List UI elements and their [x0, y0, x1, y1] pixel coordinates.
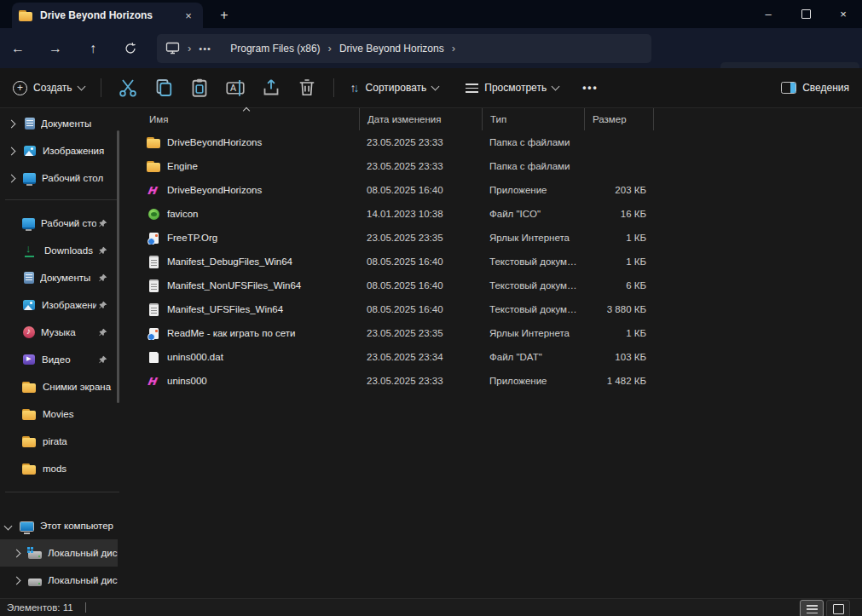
status-divider: [85, 602, 86, 613]
sidebar-item[interactable]: Локальный диск: [0, 539, 118, 567]
new-tab-button[interactable]: +: [215, 6, 234, 25]
file-row[interactable]: unins000.dat 23.05.2025 23:34 Файл "DAT"…: [128, 345, 862, 369]
column-header-size[interactable]: Размер: [584, 108, 654, 130]
chevron-icon: [8, 147, 16, 155]
tab-strip: Drive Beyond Horizons × + – ×: [0, 0, 862, 28]
chevron-icon: [4, 521, 13, 530]
more-options-button[interactable]: •••: [575, 74, 606, 101]
file-type: Файл "DAT": [482, 352, 584, 362]
sidebar-divider: [5, 199, 119, 200]
file-row[interactable]: Manifest_UFSFiles_Win64 08.05.2025 16:40…: [128, 297, 862, 321]
sort-button-label: Сортировать: [366, 82, 427, 94]
file-name: Manifest_NonUFSFiles_Win64: [167, 280, 301, 291]
this-pc-icon[interactable]: [165, 42, 180, 55]
sidebar-item-icon: [23, 173, 36, 184]
maximize-button[interactable]: [787, 0, 824, 27]
sidebar-item[interactable]: Изображения: [0, 291, 118, 319]
file-type: Ярлык Интернета: [482, 233, 584, 243]
file-name: FreeTP.Org: [167, 233, 217, 243]
breadcrumb-overflow-button[interactable]: •••: [199, 43, 211, 54]
file-row[interactable]: Manifest_NonUFSFiles_Win64 08.05.2025 16…: [128, 273, 862, 297]
back-button[interactable]: ←: [3, 36, 32, 61]
paste-button[interactable]: [182, 74, 217, 101]
details-view-button[interactable]: [800, 600, 824, 616]
column-header-type[interactable]: Тип: [482, 108, 584, 130]
refresh-button[interactable]: [116, 36, 145, 61]
view-button[interactable]: Просмотреть: [458, 74, 566, 101]
file-row[interactable]: Engine 23.05.2025 23:33 Папка с файлами: [128, 154, 862, 178]
details-pane-button[interactable]: Сведения: [773, 74, 857, 101]
share-button[interactable]: [253, 74, 289, 101]
tab-drive-beyond-horizons[interactable]: Drive Beyond Horizons ×: [12, 3, 203, 28]
sidebar-item[interactable]: Movies: [0, 400, 118, 428]
sidebar-item-icon: [28, 579, 42, 586]
sidebar-item[interactable]: Рабочий стол: [0, 210, 118, 237]
sidebar-item-label: mods: [43, 463, 118, 474]
file-row[interactable]: unins000 23.05.2025 23:33 Приложение 1 4…: [128, 369, 862, 393]
breadcrumb-item-drive-beyond-horizons[interactable]: Drive Beyond Horizons: [339, 43, 444, 55]
chevron-icon: [13, 576, 21, 584]
file-date: 23.05.2025 23:33: [359, 137, 482, 147]
file-type: Текстовый докум…: [482, 304, 584, 314]
new-button[interactable]: + Создать: [5, 74, 92, 101]
file-name: favicon: [167, 209, 198, 219]
sidebar-item[interactable]: Документы: [0, 264, 118, 291]
details-view-icon: [807, 605, 818, 613]
file-row[interactable]: DriveBeyondHorizons 08.05.2025 16:40 При…: [128, 178, 862, 202]
forward-button[interactable]: →: [41, 36, 70, 61]
tab-close-icon[interactable]: ×: [181, 8, 196, 23]
sidebar-item-label: Этот компьютер: [40, 521, 118, 531]
details-pane-label: Сведения: [802, 82, 849, 94]
sidebar-item[interactable]: Изображения: [0, 137, 118, 164]
delete-button[interactable]: [289, 74, 325, 101]
sidebar-item-icon: [24, 245, 38, 257]
sidebar-item[interactable]: Видео: [0, 346, 118, 373]
sidebar-item[interactable]: mods: [0, 455, 118, 482]
column-header-name[interactable]: Имя: [128, 108, 359, 130]
file-row[interactable]: ReadMe - как играть по сети 23.05.2025 2…: [128, 321, 862, 345]
file-row[interactable]: Manifest_DebugFiles_Win64 08.05.2025 16:…: [128, 250, 862, 273]
copy-button[interactable]: [146, 74, 182, 101]
sidebar-item[interactable]: Документы: [0, 110, 118, 137]
view-toggle-group: [800, 600, 850, 616]
sidebar-item[interactable]: Снимки экрана: [0, 373, 118, 400]
sidebar-item-icon: [24, 146, 36, 156]
sidebar-item-icon: [24, 272, 34, 284]
minimize-button[interactable]: –: [749, 0, 787, 27]
file-row[interactable]: FreeTP.Org 23.05.2025 23:35 Ярлык Интерн…: [128, 226, 862, 250]
file-type: Файл "ICO": [482, 209, 584, 219]
sidebar-scrollbar[interactable]: [117, 130, 119, 403]
file-list: Имя Дата изменения Тип Размер DriveBeyon…: [128, 108, 862, 598]
file-icon: [148, 209, 159, 220]
close-button[interactable]: ×: [824, 0, 862, 27]
file-name: DriveBeyondHorizons: [167, 137, 262, 147]
file-icon: [149, 328, 159, 339]
maximize-icon: [801, 9, 811, 19]
file-row[interactable]: DriveBeyondHorizons 23.05.2025 23:33 Пап…: [128, 130, 862, 154]
explorer-window: Drive Beyond Horizons × + – × ← → ↑ › ••…: [0, 0, 862, 616]
sidebar-item[interactable]: Музыка: [0, 319, 118, 346]
navigation-pane: Документы Изображения Рабочий стол Рабоч…: [0, 108, 128, 598]
column-header-date[interactable]: Дата изменения: [359, 108, 482, 130]
file-size: 6 КБ: [584, 280, 654, 291]
sidebar-item-icon: [23, 326, 35, 338]
breadcrumb-item-program-files[interactable]: Program Files (x86): [230, 43, 320, 55]
thumbnail-view-button[interactable]: [826, 600, 850, 616]
ellipsis-icon: •••: [582, 82, 599, 94]
up-button[interactable]: ↑: [78, 36, 107, 61]
sort-button[interactable]: ↑↓ Сортировать: [343, 74, 447, 101]
rename-button[interactable]: A: [217, 74, 253, 101]
sidebar-item[interactable]: Локальный диск: [0, 567, 118, 594]
sidebar-item[interactable]: Рабочий стол: [0, 164, 118, 192]
file-row[interactable]: favicon 14.01.2023 10:38 Файл "ICO" 16 К…: [128, 202, 862, 226]
file-icon: [149, 279, 159, 292]
folder-icon: [19, 9, 33, 22]
sidebar-item[interactable]: Downloads: [0, 237, 118, 264]
sidebar-item-icon: [23, 300, 35, 310]
cut-button[interactable]: [110, 74, 146, 101]
sidebar-item[interactable]: Этот компьютер: [0, 512, 118, 539]
file-size: 1 КБ: [584, 256, 654, 267]
sidebar-item-label: Локальный диск: [48, 548, 118, 558]
file-date: 23.05.2025 23:33: [359, 161, 482, 171]
sidebar-item[interactable]: pirata: [0, 428, 118, 455]
